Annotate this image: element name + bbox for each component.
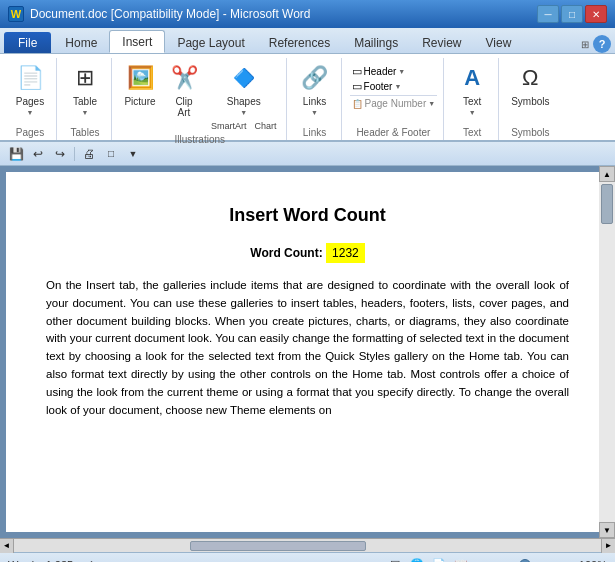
word-count-label: Word Count: <box>250 246 322 260</box>
undo-button[interactable]: ↩ <box>28 145 48 163</box>
table-dropdown-arrow: ▼ <box>82 109 89 116</box>
shapes-icon: 🔷 <box>228 62 260 94</box>
help-button[interactable]: ? <box>593 35 611 53</box>
pages-icon: 📄 <box>14 62 46 94</box>
word-count-status: Words: 1,235 <box>8 559 73 563</box>
page-number-icon: 📋 <box>352 99 363 109</box>
qa-dropdown-button[interactable]: ▼ <box>123 145 143 163</box>
zoom-in-button[interactable]: + <box>559 557 575 563</box>
ribbon-tab-bar: File Home Insert Page Layout References … <box>0 28 615 54</box>
redo-button[interactable]: ↪ <box>50 145 70 163</box>
window-controls: ─ □ ✕ <box>537 5 607 23</box>
view-print-icon[interactable]: 📄 <box>431 557 447 563</box>
ribbon-group-pages: 📄 Pages ▼ Pages <box>4 58 57 140</box>
zoom-out-button[interactable]: − <box>475 557 491 563</box>
tables-group-label: Tables <box>65 125 105 140</box>
view-web-icon[interactable]: 🌐 <box>409 557 425 563</box>
word-count-value[interactable]: 1232 <box>326 243 365 263</box>
close-button[interactable]: ✕ <box>585 5 607 23</box>
window-title: Document.doc [Compatibility Mode] - Micr… <box>30 7 311 21</box>
view-normal-icon[interactable]: ▣ <box>387 557 403 563</box>
symbols-group-label: Symbols <box>507 125 553 140</box>
minimize-button[interactable]: ─ <box>537 5 559 23</box>
tab-page-layout[interactable]: Page Layout <box>165 32 256 53</box>
symbols-icon: Ω <box>514 62 546 94</box>
symbols-group-content: Ω Symbols <box>507 58 553 125</box>
tables-group-content: ⊞ Table ▼ <box>65 58 105 125</box>
ribbon-group-text: A Text ▼ Text <box>446 58 499 140</box>
document-body: On the Insert tab, the galleries include… <box>46 277 569 420</box>
word-count-line: Word Count: 1232 <box>46 243 569 263</box>
document-page: Insert Word Count Word Count: 1232 On th… <box>6 172 609 532</box>
qa-separator <box>74 147 75 161</box>
tab-mailings[interactable]: Mailings <box>342 32 410 53</box>
links-button[interactable]: 🔗 Links ▼ <box>295 60 335 118</box>
picture-icon: 🖼️ <box>124 62 156 94</box>
zoom-control: − + 100% <box>475 557 607 563</box>
links-group-label: Links <box>295 125 335 140</box>
picture-button[interactable]: 🖼️ Picture <box>120 60 160 109</box>
print-button[interactable]: 🖨 <box>79 145 99 163</box>
page-number-button[interactable]: 📋 Page Number ▼ <box>350 97 438 110</box>
headerfooter-group-content: ▭ Header ▼ ▭ Footer ▼ 📋 Page Number ▼ <box>350 58 438 125</box>
ribbon-group-symbols: Ω Symbols Symbols <box>501 58 559 140</box>
smartart-button[interactable]: SmartArt <box>208 120 250 132</box>
save-quick-button[interactable]: 💾 <box>6 145 26 163</box>
table-icon: ⊞ <box>69 62 101 94</box>
tab-file[interactable]: File <box>4 32 51 53</box>
links-icon: 🔗 <box>299 62 331 94</box>
scroll-up-button[interactable]: ▲ <box>599 166 615 182</box>
ribbon-group-tables: ⊞ Table ▼ Tables <box>59 58 112 140</box>
clipart-button[interactable]: ✂️ ClipArt <box>164 60 204 120</box>
illustrations-group-label: Illustrations <box>120 132 280 147</box>
ribbon: 📄 Pages ▼ Pages ⊞ Table ▼ Tables 🖼️ Pict… <box>0 54 615 142</box>
document-title: Insert Word Count <box>46 202 569 229</box>
text-group-label: Text <box>452 125 492 140</box>
tab-review[interactable]: Review <box>410 32 473 53</box>
h-scroll-track <box>14 539 601 552</box>
vertical-scrollbar[interactable]: ▲ ▼ <box>599 166 615 538</box>
tab-view[interactable]: View <box>474 32 524 53</box>
zoom-thumb[interactable] <box>519 559 531 563</box>
ribbon-group-links: 🔗 Links ▼ Links <box>289 58 342 140</box>
h-scroll-thumb[interactable] <box>190 541 366 551</box>
title-bar: W Document.doc [Compatibility Mode] - Mi… <box>0 0 615 28</box>
scroll-left-button[interactable]: ◄ <box>0 539 14 553</box>
pages-button[interactable]: 📄 Pages ▼ <box>10 60 50 118</box>
qa-view-button[interactable]: □ <box>101 145 121 163</box>
links-dropdown-arrow: ▼ <box>311 109 318 116</box>
tab-references[interactable]: References <box>257 32 342 53</box>
header-icon: ▭ <box>352 65 362 78</box>
quick-access-toolbar: 💾 ↩ ↪ 🖨 □ ▼ <box>0 142 615 166</box>
text-icon: A <box>456 62 488 94</box>
clipart-icon: ✂️ <box>168 62 200 94</box>
text-button[interactable]: A Text ▼ <box>452 60 492 118</box>
footer-icon: ▭ <box>352 80 362 93</box>
tab-insert[interactable]: Insert <box>109 30 165 53</box>
headerfooter-group-label: Header & Footer <box>350 125 438 140</box>
ribbon-group-header-footer: ▭ Header ▼ ▭ Footer ▼ 📋 Page Number ▼ He… <box>344 58 445 140</box>
symbols-button[interactable]: Ω Symbols <box>507 60 553 109</box>
scroll-down-button[interactable]: ▼ <box>599 522 615 538</box>
links-group-content: 🔗 Links ▼ <box>295 58 335 125</box>
maximize-button[interactable]: □ <box>561 5 583 23</box>
app-icon: W <box>8 6 24 22</box>
status-check-icon[interactable]: ✓ <box>81 557 97 563</box>
tab-home[interactable]: Home <box>53 32 109 53</box>
expand-ribbon-button[interactable]: ⊞ <box>581 39 589 50</box>
chart-button[interactable]: Chart <box>252 120 280 132</box>
pages-group-content: 📄 Pages ▼ <box>10 58 50 125</box>
scroll-right-button[interactable]: ► <box>601 539 615 553</box>
pages-group-label: Pages <box>10 125 50 140</box>
status-right: ▣ 🌐 📄 📖 − + 100% <box>387 557 607 563</box>
document-area: Insert Word Count Word Count: 1232 On th… <box>0 166 615 538</box>
view-reading-icon[interactable]: 📖 <box>453 557 469 563</box>
header-button[interactable]: ▭ Header ▼ <box>350 64 438 79</box>
text-group-content: A Text ▼ <box>452 58 492 125</box>
table-button[interactable]: ⊞ Table ▼ <box>65 60 105 118</box>
ribbon-group-illustrations: 🖼️ Picture ✂️ ClipArt 🔷 Shapes ▼ SmartAr… <box>114 58 287 140</box>
shapes-button[interactable]: 🔷 Shapes ▼ <box>223 60 265 118</box>
scroll-thumb[interactable] <box>601 184 613 224</box>
footer-button[interactable]: ▭ Footer ▼ <box>350 79 438 94</box>
horizontal-scrollbar[interactable]: ◄ ► <box>0 538 615 552</box>
